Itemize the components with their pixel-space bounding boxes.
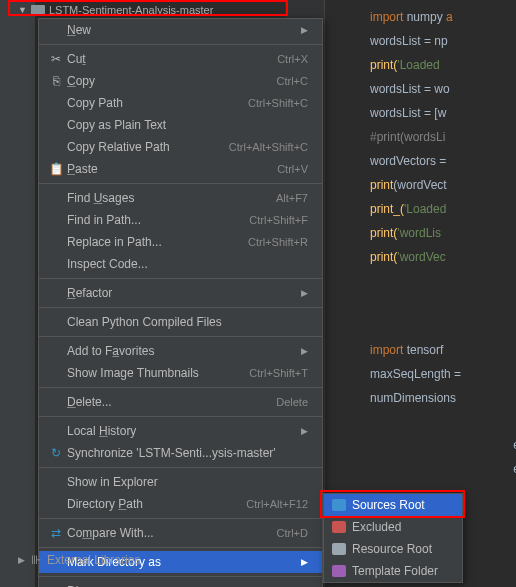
- folder-icon: [332, 499, 346, 511]
- copy-icon: ⎘: [47, 74, 65, 88]
- menu-refactor[interactable]: Refactor▶: [39, 282, 322, 304]
- expand-triangle-icon[interactable]: ▼: [18, 5, 27, 15]
- tree-folder-row[interactable]: ▼ LSTM-Sentiment-Analysis-master: [18, 4, 213, 16]
- folder-icon: [332, 543, 346, 555]
- menu-synchronize[interactable]: ↻Synchronize 'LSTM-Senti...ysis-master': [39, 442, 322, 464]
- compare-icon: ⇄: [47, 526, 65, 540]
- menu-find-usages[interactable]: Find UsagesAlt+F7: [39, 187, 322, 209]
- submenu-sources-root[interactable]: Sources Root: [324, 494, 462, 516]
- folder-label: LSTM-Sentiment-Analysis-master: [49, 4, 213, 16]
- paste-icon: 📋: [47, 162, 65, 176]
- sync-icon: ↻: [47, 446, 65, 460]
- menu-replace-in-path[interactable]: Replace in Path...Ctrl+Shift+R: [39, 231, 322, 253]
- context-menu: New▶ ✂CutCtrl+X ⎘CopyCtrl+C Copy PathCtr…: [38, 18, 323, 587]
- menu-find-in-path[interactable]: Find in Path...Ctrl+Shift+F: [39, 209, 322, 231]
- menu-add-favorites[interactable]: Add to Favorites▶: [39, 340, 322, 362]
- menu-cut[interactable]: ✂CutCtrl+X: [39, 48, 322, 70]
- menu-separator: [39, 336, 322, 337]
- menu-diagrams[interactable]: ⊞Diagrams▶: [39, 580, 322, 587]
- menu-separator: [39, 416, 322, 417]
- menu-copy-path[interactable]: Copy PathCtrl+Shift+C: [39, 92, 322, 114]
- submenu-excluded[interactable]: Excluded: [324, 516, 462, 538]
- project-tree[interactable]: [0, 0, 35, 587]
- menu-separator: [39, 547, 322, 548]
- menu-new[interactable]: New▶: [39, 19, 322, 41]
- scissors-icon: ✂: [47, 52, 65, 66]
- folder-icon: [332, 565, 346, 577]
- menu-separator: [39, 387, 322, 388]
- menu-copy-relative[interactable]: Copy Relative PathCtrl+Alt+Shift+C: [39, 136, 322, 158]
- menu-show-explorer[interactable]: Show in Explorer: [39, 471, 322, 493]
- menu-thumbnails[interactable]: Show Image ThumbnailsCtrl+Shift+T: [39, 362, 322, 384]
- submenu-mark-directory: Sources Root Excluded Resource Root Temp…: [323, 493, 463, 583]
- menu-separator: [39, 576, 322, 577]
- tree-external-libs[interactable]: ▶ ⊪ External Libraries: [18, 553, 140, 567]
- menu-separator: [39, 278, 322, 279]
- menu-directory-path[interactable]: Directory PathCtrl+Alt+F12: [39, 493, 322, 515]
- menu-separator: [39, 518, 322, 519]
- code-block: import numpy a wordsList = np print('Loa…: [325, 5, 516, 481]
- menu-delete[interactable]: Delete...Delete: [39, 391, 322, 413]
- menu-separator: [39, 183, 322, 184]
- menu-separator: [39, 307, 322, 308]
- menu-local-history[interactable]: Local History▶: [39, 420, 322, 442]
- menu-copy[interactable]: ⎘CopyCtrl+C: [39, 70, 322, 92]
- menu-copy-plain[interactable]: Copy as Plain Text: [39, 114, 322, 136]
- menu-clean-python[interactable]: Clean Python Compiled Files: [39, 311, 322, 333]
- menu-paste[interactable]: 📋PasteCtrl+V: [39, 158, 322, 180]
- libraries-icon: ⊪: [31, 553, 41, 567]
- folder-icon: [31, 5, 45, 16]
- submenu-resource-root[interactable]: Resource Root: [324, 538, 462, 560]
- submenu-template-folder[interactable]: Template Folder: [324, 560, 462, 582]
- menu-separator: [39, 467, 322, 468]
- menu-inspect-code[interactable]: Inspect Code...: [39, 253, 322, 275]
- menu-separator: [39, 44, 322, 45]
- folder-icon: [332, 521, 346, 533]
- menu-compare-with[interactable]: ⇄Compare With...Ctrl+D: [39, 522, 322, 544]
